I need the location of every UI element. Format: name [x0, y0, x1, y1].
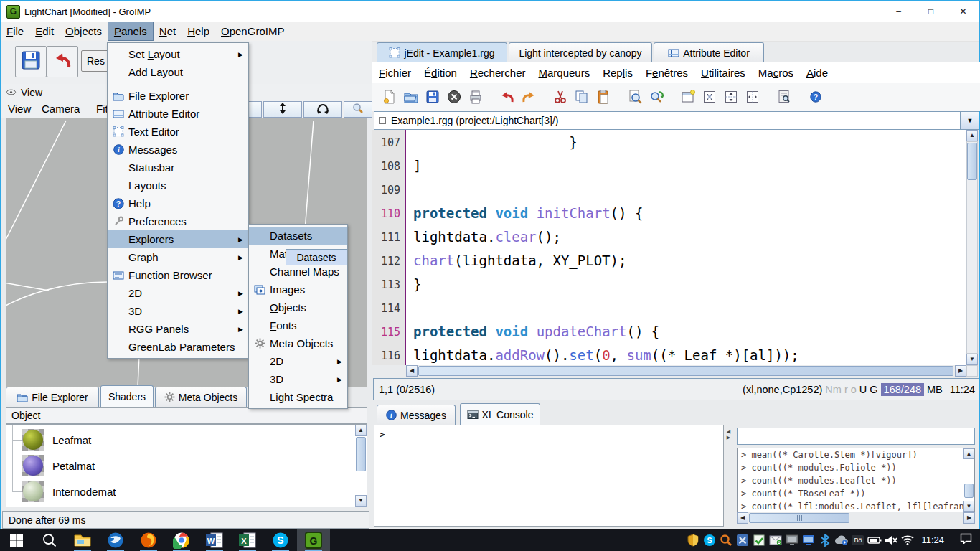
- menu-item-2d[interactable]: 2D▶: [108, 284, 248, 302]
- code-editor[interactable]: 107108109110111112113114115116 }]protect…: [372, 130, 966, 365]
- left-tab-file-explorer[interactable]: File Explorer: [6, 387, 99, 407]
- shader-scroll-down-button[interactable]: ▼: [355, 495, 367, 507]
- code-scroll-up-button[interactable]: ▲: [966, 130, 978, 141]
- tray-search-orange-button[interactable]: [717, 529, 734, 551]
- menu-item-layouts[interactable]: Layouts: [108, 176, 248, 194]
- unsplit-button[interactable]: [701, 88, 718, 105]
- jedit-menu-1[interactable]: Édition: [418, 67, 463, 79]
- menu-item-text-editor[interactable]: Text Editor: [108, 123, 248, 141]
- rotate-button[interactable]: [303, 101, 342, 118]
- undo-button[interactable]: [499, 88, 516, 105]
- help-button[interactable]: ?: [807, 88, 824, 105]
- menu-item-2d[interactable]: 2D▶: [249, 352, 347, 370]
- zoom-button[interactable]: [344, 101, 372, 118]
- memory-indicator[interactable]: 168/248: [881, 383, 924, 396]
- menu-item-function-browser[interactable]: Function Browser: [108, 266, 248, 284]
- menu-item-meta-objects[interactable]: Meta Objects: [249, 334, 347, 352]
- console-command-input[interactable]: [737, 428, 975, 445]
- console-tab-messages[interactable]: iMessages: [377, 405, 456, 425]
- taskbar-skype-button[interactable]: S: [264, 529, 297, 551]
- open-file-button[interactable]: [402, 88, 420, 105]
- jedit-menu-4[interactable]: Replis: [596, 67, 639, 79]
- copy-button[interactable]: [573, 88, 590, 105]
- menu-item-attribute-editor[interactable]: Attribute Editor: [108, 105, 248, 123]
- maximize-button[interactable]: □: [915, 1, 947, 22]
- buffer-dropdown-button[interactable]: ▼: [961, 111, 979, 130]
- menu-item-messages[interactable]: iMessages: [108, 141, 248, 159]
- menu-item-rgg-panels[interactable]: RGG Panels▶: [108, 320, 248, 338]
- tray-checkmark-button[interactable]: [750, 529, 767, 551]
- save-button[interactable]: [15, 46, 47, 77]
- jedit-menu-8[interactable]: Aide: [800, 67, 834, 79]
- tray-volume-muted-button[interactable]: [882, 529, 899, 551]
- menubar-item-help[interactable]: Help: [182, 22, 215, 41]
- menubar-item-edit[interactable]: Edit: [29, 22, 60, 41]
- shader-vscroll-thumb[interactable]: [356, 437, 366, 471]
- jedit-menu-2[interactable]: Rechercher: [463, 67, 532, 79]
- shader-item-leafmat[interactable]: Leafmat: [22, 427, 91, 453]
- viewport-menu-camera[interactable]: Camera: [42, 103, 80, 115]
- menu-item-images[interactable]: Images: [249, 281, 347, 298]
- notification-center-button[interactable]: [951, 529, 980, 551]
- menubar-item-panels[interactable]: Panels: [108, 22, 154, 41]
- taskbar-thunderbird-button[interactable]: [99, 529, 132, 551]
- shader-item-petalmat[interactable]: Petalmat: [22, 453, 95, 479]
- console-splitter[interactable]: ◀▶: [724, 425, 733, 527]
- menu-item-explorers[interactable]: Explorers▶: [108, 230, 248, 248]
- tray-wifi-button[interactable]: [899, 529, 915, 551]
- menubar-item-objects[interactable]: Objects: [60, 22, 108, 41]
- history-scroll-left-button[interactable]: ◀: [737, 512, 748, 524]
- history-vscroll-thumb[interactable]: [964, 484, 974, 498]
- buffer-bar[interactable]: Example1.rgg (project:/LightChart[3]/): [374, 111, 961, 130]
- editor-tab-2[interactable]: Attribute Editor: [654, 42, 764, 62]
- menu-item-graph[interactable]: Graph▶: [108, 248, 248, 266]
- taskbar-chrome-button[interactable]: [165, 529, 198, 551]
- menu-item-help[interactable]: ?Help: [108, 194, 248, 212]
- menu-item-datasets[interactable]: Datasets: [249, 227, 347, 245]
- tray-battery-button[interactable]: [866, 529, 882, 551]
- tray-skype-tray-button[interactable]: S: [701, 529, 717, 551]
- object-column-header[interactable]: Object: [6, 407, 367, 424]
- taskbar-clock[interactable]: 11:24: [915, 534, 951, 545]
- find-button[interactable]: [626, 88, 644, 105]
- menu-item-fonts[interactable]: Fonts: [249, 316, 347, 334]
- tray-cloud-button[interactable]: [833, 529, 849, 551]
- history-scroll-right-button[interactable]: ▶: [963, 512, 975, 524]
- taskbar-explorer-button[interactable]: [66, 529, 99, 551]
- taskbar-firefox-button[interactable]: [132, 529, 165, 551]
- taskbar-excel-button[interactable]: X: [231, 529, 264, 551]
- taskbar-taskbar-search-button[interactable]: [33, 529, 66, 551]
- left-tab-meta-objects[interactable]: Meta Objects: [155, 387, 247, 407]
- code-scroll-left-button[interactable]: ◀: [406, 365, 418, 377]
- close-button[interactable]: ✕: [947, 1, 979, 22]
- history-entry[interactable]: > count((* modules.Foliole *)): [738, 461, 974, 474]
- collapse-left-icon[interactable]: ◀: [727, 429, 730, 435]
- tray-mail-button[interactable]: [767, 529, 783, 551]
- preview-button[interactable]: [776, 88, 793, 105]
- menu-item-add-layout[interactable]: Add Layout: [108, 63, 248, 81]
- code-hscroll-thumb[interactable]: [418, 366, 953, 376]
- left-tab-shaders[interactable]: Shaders: [100, 385, 154, 407]
- menu-item-statusbar[interactable]: Statusbar: [108, 159, 248, 176]
- close-buffer-button[interactable]: [446, 88, 463, 105]
- menu-item-objects[interactable]: Objects: [249, 298, 347, 316]
- taskbar-groimp-button[interactable]: G: [297, 529, 330, 551]
- history-entry[interactable]: > count((* TRoseLeaf *)): [738, 487, 974, 500]
- minimize-button[interactable]: –: [882, 1, 915, 22]
- history-entry[interactable]: > mean((* Carotte.Stem *)[vigour]): [738, 448, 974, 461]
- code-scroll-down-button[interactable]: ▼: [966, 354, 978, 365]
- pan-button[interactable]: [263, 101, 302, 118]
- menu-item-3d[interactable]: 3D▶: [249, 370, 347, 388]
- tray-bluetooth-button[interactable]: [816, 529, 833, 551]
- code-scroll-right-button[interactable]: ▶: [955, 365, 966, 377]
- split-vertical-button[interactable]: [744, 88, 761, 105]
- menu-item-set-layout[interactable]: Set Layout▶: [108, 45, 248, 63]
- undo-button[interactable]: [47, 46, 78, 77]
- tray-tools-button[interactable]: [734, 529, 750, 551]
- jedit-menu-6[interactable]: Utilitaires: [694, 67, 752, 79]
- console-history-list[interactable]: > mean((* Carotte.Stem *)[vigour])> coun…: [737, 448, 975, 512]
- editor-tab-0[interactable]: jEdit - Example1.rgg: [377, 42, 507, 62]
- console-tab-xl-console[interactable]: XL Console: [460, 403, 540, 425]
- collapse-right-icon[interactable]: ▶: [727, 435, 730, 441]
- menu-item-file-explorer[interactable]: File Explorer: [108, 87, 248, 105]
